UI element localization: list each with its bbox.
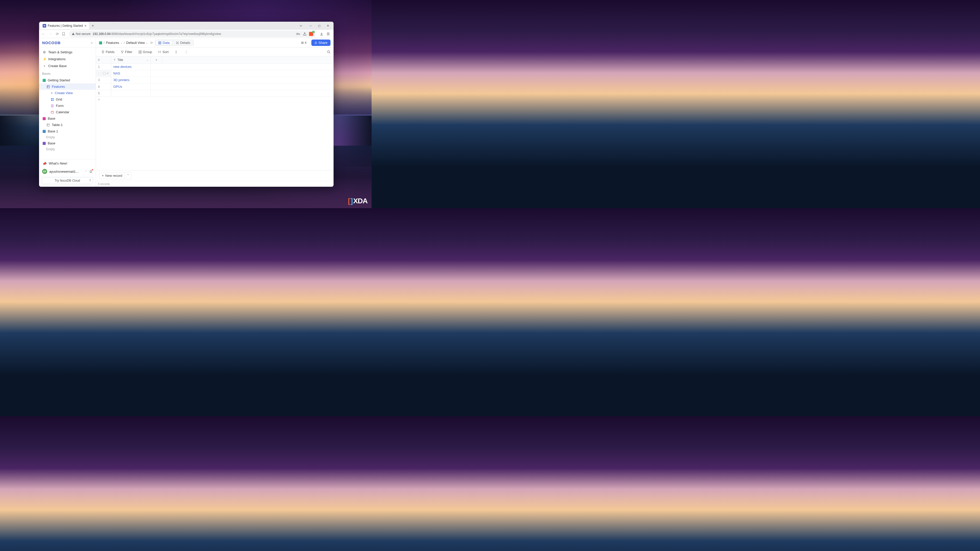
- title-cell[interactable]: 3D printers: [111, 77, 151, 83]
- table-row[interactable]: 4 GPUs: [96, 83, 334, 90]
- create-base-button[interactable]: + Create Base: [39, 62, 96, 69]
- new-tab-button[interactable]: +: [89, 22, 96, 29]
- data-icon: [158, 41, 161, 44]
- add-row-button[interactable]: +: [96, 97, 334, 103]
- base-label: Base 1: [48, 129, 58, 133]
- notifications-icon[interactable]: [89, 170, 93, 173]
- svg-rect-4: [51, 98, 52, 99]
- row-height-button[interactable]: [172, 49, 180, 55]
- refresh-button[interactable]: ⟳: [150, 41, 153, 44]
- close-window-button[interactable]: ✕: [325, 24, 331, 27]
- table-row[interactable]: 5: [96, 90, 334, 97]
- calendar-icon: [51, 111, 54, 114]
- share-icon[interactable]: [303, 32, 307, 36]
- team-settings-link[interactable]: ⚙ Team & Settings: [39, 49, 96, 56]
- new-record-dropdown[interactable]: ⌃: [125, 172, 131, 179]
- title-cell[interactable]: NAS: [111, 70, 151, 76]
- base-base-1[interactable]: Base 1: [39, 128, 96, 135]
- create-view-button[interactable]: + Create View: [39, 90, 96, 96]
- share-button[interactable]: Share: [311, 40, 331, 46]
- command-palette-hint[interactable]: ⌘ K: [301, 41, 307, 44]
- url-path: :8080/dashboard/#/nc/pt1c6zjc7yaqket/mq4…: [110, 32, 221, 36]
- whats-new-label: What's New!: [49, 162, 67, 165]
- topbar: / Features ⌄ / Default View ⌄ ⟳ Da: [96, 38, 334, 48]
- collapse-sidebar-icon[interactable]: «: [91, 41, 93, 44]
- forward-button[interactable]: →: [48, 32, 53, 36]
- base-getting-started[interactable]: Getting Started: [39, 77, 96, 83]
- base-base-purple[interactable]: Base: [39, 140, 96, 146]
- base-base-pink[interactable]: Base: [39, 115, 96, 122]
- more-button[interactable]: ⋮: [182, 49, 190, 55]
- search-button[interactable]: [327, 50, 331, 54]
- add-column-button[interactable]: +: [151, 56, 162, 63]
- title-column-header[interactable]: Title ⌄: [111, 56, 151, 63]
- table-label: Features: [52, 85, 65, 89]
- menu-icon[interactable]: [326, 32, 330, 36]
- expand-row-icon[interactable]: ⤢: [107, 72, 109, 75]
- details-tab[interactable]: Details: [173, 40, 193, 46]
- title-cell[interactable]: GPUs: [111, 83, 151, 90]
- view-grid[interactable]: Grid: [39, 96, 96, 103]
- view-label: Form: [56, 104, 64, 108]
- breadcrumb-table[interactable]: Features ⌄: [106, 41, 122, 44]
- svg-rect-20: [139, 51, 140, 53]
- maximize-button[interactable]: ◻: [317, 24, 322, 27]
- title-cell[interactable]: new devices: [111, 64, 151, 70]
- user-menu[interactable]: AY ayushsnewemail1… ⌃: [39, 167, 96, 176]
- chevron-down-icon: ⌄: [146, 41, 148, 44]
- filter-button[interactable]: Filter: [118, 49, 135, 55]
- close-tab-icon[interactable]: ×: [84, 24, 86, 28]
- security-chip[interactable]: Not secure: [72, 32, 91, 36]
- back-button[interactable]: ←: [41, 32, 46, 36]
- view-mode-toggle: Data Details: [155, 40, 193, 46]
- reload-button[interactable]: ⟳: [56, 32, 59, 36]
- more-icon: ⋮: [185, 50, 188, 54]
- chevron-down-icon[interactable]: ⌄: [146, 59, 148, 61]
- base-label: Base: [48, 117, 56, 121]
- table-table-1[interactable]: Table-1: [39, 122, 96, 128]
- table-features[interactable]: Features: [39, 83, 96, 90]
- download-icon[interactable]: [320, 32, 323, 36]
- new-record-button[interactable]: + New record: [99, 172, 125, 179]
- integrations-link[interactable]: ⚡ Integrations: [39, 56, 96, 62]
- row-checkbox[interactable]: [103, 72, 106, 75]
- sort-button[interactable]: Sort: [156, 49, 171, 55]
- table-icon: [47, 124, 50, 127]
- fields-button[interactable]: ☰ Fields: [99, 49, 117, 55]
- base-icon: [43, 79, 46, 82]
- sidebar-header: NOCODB «: [39, 38, 96, 48]
- drag-handle-icon[interactable]: ⋮⋮: [97, 72, 102, 75]
- table-row[interactable]: ⋮⋮ ⤢ NAS: [96, 70, 334, 77]
- title-cell[interactable]: [111, 90, 151, 97]
- brave-shield-icon[interactable]: 0: [309, 32, 313, 36]
- key-icon[interactable]: [296, 33, 301, 35]
- base-icon: [99, 41, 102, 44]
- table-row[interactable]: 1 new devices: [96, 64, 334, 70]
- browser-window: N Features | Getting Started × + ─ ◻ ✕ ←…: [39, 22, 334, 187]
- breadcrumb-view[interactable]: Default View ⌄: [126, 41, 148, 44]
- chevron-up-icon: ⌃: [85, 170, 87, 173]
- group-button[interactable]: Group: [136, 49, 155, 55]
- avatar: AY: [42, 169, 47, 174]
- whats-new-link[interactable]: 📣 What's New!: [39, 159, 96, 167]
- svg-rect-11: [159, 41, 159, 43]
- nocodb-logo: NOCODB: [42, 41, 61, 45]
- nocodb-app: NOCODB « ⚙ Team & Settings ⚡ Integration…: [39, 38, 334, 187]
- svg-rect-9: [51, 111, 54, 114]
- minimize-button[interactable]: ─: [308, 24, 313, 27]
- view-form[interactable]: Form: [39, 103, 96, 109]
- browser-tab[interactable]: N Features | Getting Started ×: [40, 22, 89, 29]
- view-label: Calendar: [56, 110, 69, 114]
- tab-search-icon[interactable]: [299, 24, 304, 27]
- bookmark-button[interactable]: [62, 32, 65, 36]
- try-cloud-button[interactable]: Try NocoDB Cloud ?: [41, 177, 93, 184]
- create-view-label: Create View: [55, 91, 73, 95]
- help-icon[interactable]: ?: [89, 179, 91, 183]
- team-settings-label: Team & Settings: [48, 50, 73, 54]
- create-base-label: Create Base: [48, 64, 67, 68]
- view-calendar[interactable]: Calendar: [39, 109, 96, 115]
- address-bar[interactable]: Not secure 192.168.0.94:8080/dashboard/#…: [69, 30, 316, 37]
- table-row[interactable]: 3 3D printers: [96, 77, 334, 83]
- data-tab[interactable]: Data: [156, 40, 172, 45]
- text-icon: [113, 59, 116, 61]
